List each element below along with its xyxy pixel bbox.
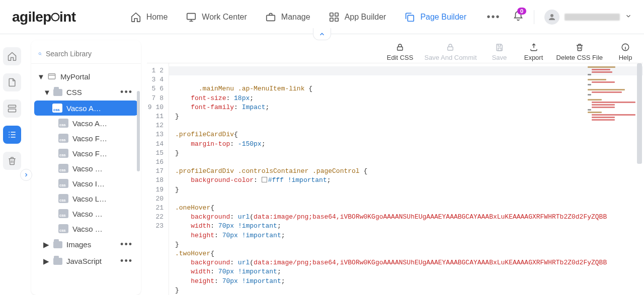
- css-file-icon: css: [58, 224, 68, 233]
- briefcase-icon: [265, 12, 276, 23]
- svg-point-11: [39, 53, 41, 55]
- tool-label: Export: [524, 54, 543, 61]
- svg-rect-13: [397, 47, 403, 50]
- css-file-icon: css: [58, 119, 68, 128]
- divider: [534, 10, 534, 24]
- tree-label: Images: [66, 240, 114, 249]
- search-input[interactable]: [46, 50, 134, 58]
- nav-home[interactable]: Home: [130, 8, 168, 26]
- save-commit-button[interactable]: Save And Commit: [424, 42, 476, 61]
- svg-rect-10: [9, 109, 16, 112]
- file-icon: [7, 77, 17, 87]
- portal-icon: [47, 72, 56, 81]
- svg-rect-5: [330, 18, 333, 21]
- css-file-icon: css: [58, 134, 68, 143]
- css-file-icon: css: [58, 164, 68, 173]
- rail-file[interactable]: [3, 73, 21, 91]
- css-file-icon: css: [58, 194, 68, 203]
- tool-label: Save And Commit: [424, 54, 476, 61]
- code-body[interactable]: .mainMenu .ap-MenuItem-link { font-size:…: [169, 63, 643, 295]
- tree-folder-images[interactable]: ▶ Images •••: [34, 236, 138, 253]
- tree-file[interactable]: css Vacso …: [34, 161, 138, 176]
- nav-work-center[interactable]: Work Center: [186, 8, 247, 26]
- tree-folder-js[interactable]: ▶ JavaScript •••: [34, 253, 138, 269]
- tree-file[interactable]: css Vacso F…: [34, 131, 138, 146]
- help-button[interactable]: Help: [614, 42, 637, 61]
- collapse-topbar-button[interactable]: [313, 28, 331, 40]
- nav-label: Page Builder: [420, 13, 466, 22]
- nav-more[interactable]: •••: [485, 8, 503, 26]
- nav-items: Home Work Center Manage App Builder Page…: [130, 8, 503, 26]
- rail-form[interactable]: [3, 100, 21, 118]
- tree-label: JavaScript: [66, 257, 114, 265]
- logo: agilepint: [12, 9, 76, 25]
- svg-rect-14: [448, 47, 453, 50]
- tree-label: Vacso A…: [66, 104, 135, 113]
- library-panel: ▼ MyPortal ▼ CSS ••• css Vacso A… css Va…: [31, 40, 141, 295]
- caret-icon: ▶: [43, 257, 49, 266]
- export-button[interactable]: Export: [522, 42, 545, 61]
- notifications-button[interactable]: 0: [513, 11, 524, 24]
- rail-trash[interactable]: [3, 152, 21, 170]
- nav-manage[interactable]: Manage: [265, 8, 310, 26]
- nav-right: 0: [513, 10, 632, 25]
- caret-icon: ▶: [43, 240, 49, 249]
- left-rail: [0, 40, 24, 170]
- avatar: [544, 10, 559, 25]
- tree-root[interactable]: ▼ MyPortal: [34, 69, 138, 84]
- tree-file[interactable]: css Vacso A…: [34, 116, 138, 131]
- tree-folder-css[interactable]: ▼ CSS •••: [34, 84, 138, 101]
- delete-css-button[interactable]: Delete CSS File: [556, 42, 603, 61]
- svg-point-0: [52, 13, 59, 21]
- list-icon: [7, 130, 17, 140]
- rail-home[interactable]: [3, 47, 21, 65]
- tree-label: Vacso F…: [72, 134, 135, 143]
- tree-file[interactable]: css Vacso L…: [34, 191, 138, 206]
- tree-label: Vacso L…: [72, 194, 135, 203]
- svg-rect-1: [187, 13, 196, 19]
- code-editor[interactable]: 1 2 3 4 5 6 7 8 9 10 11 12 13 14 15 16 1…: [147, 63, 643, 295]
- folder-more[interactable]: •••: [118, 256, 135, 266]
- copy-icon: [404, 12, 415, 23]
- tree-file[interactable]: css Vacso F…: [34, 146, 138, 161]
- save-icon: [495, 42, 504, 52]
- tree-label: MyPortal: [60, 72, 135, 81]
- tree-file[interactable]: css Vacso …: [34, 206, 138, 221]
- tree-file[interactable]: css Vacso …: [34, 221, 138, 236]
- edit-css-button[interactable]: Edit CSS: [387, 42, 414, 61]
- tree-label: Vacso I…: [72, 179, 135, 188]
- nav-label: Home: [146, 13, 168, 22]
- library-tree: ▼ MyPortal ▼ CSS ••• css Vacso A… css Va…: [31, 64, 141, 291]
- svg-rect-3: [330, 13, 333, 16]
- tree-file[interactable]: css Vacso A…: [34, 101, 138, 116]
- folder-icon: [53, 89, 62, 96]
- folder-more[interactable]: •••: [118, 87, 135, 97]
- svg-rect-9: [9, 105, 16, 107]
- css-file-icon: css: [58, 179, 68, 188]
- css-file-icon: css: [52, 104, 62, 113]
- save-button[interactable]: Save: [488, 42, 511, 61]
- folder-more[interactable]: •••: [118, 239, 135, 250]
- editor-scrollbar[interactable]: [637, 63, 642, 164]
- info-icon: [621, 42, 630, 52]
- chevron-right-icon: [23, 172, 29, 178]
- export-icon: [529, 42, 538, 52]
- tree-file[interactable]: css Vacso I…: [34, 176, 138, 191]
- home-icon: [130, 12, 141, 23]
- scrollbar[interactable]: [137, 91, 140, 171]
- svg-rect-12: [48, 74, 55, 79]
- tree-label: Vacso A…: [72, 119, 135, 128]
- lock-icon: [395, 42, 405, 52]
- nav-page-builder[interactable]: Page Builder: [404, 8, 466, 26]
- grid-icon: [329, 12, 340, 23]
- nav-label: Manage: [281, 13, 310, 22]
- svg-rect-6: [335, 18, 338, 21]
- lock-icon: [446, 42, 455, 52]
- nav-label: Work Center: [202, 13, 247, 22]
- form-icon: [7, 104, 17, 114]
- expand-rail-button[interactable]: [20, 169, 32, 181]
- tree-label: Vacso …: [72, 164, 135, 173]
- nav-app-builder[interactable]: App Builder: [329, 8, 386, 26]
- user-menu[interactable]: [544, 10, 632, 25]
- rail-library[interactable]: [3, 126, 21, 144]
